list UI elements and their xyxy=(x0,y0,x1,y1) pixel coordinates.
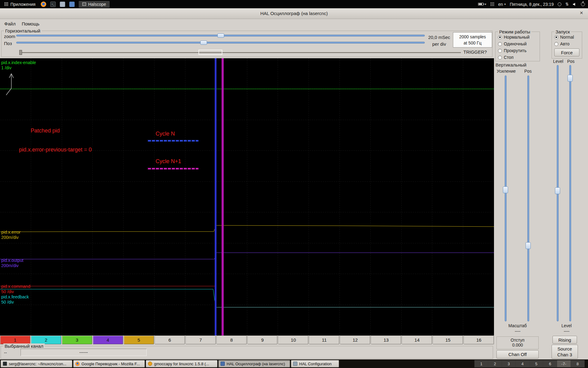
channel-button-13[interactable]: 13 xyxy=(371,335,401,344)
channel-button-11[interactable]: 11 xyxy=(309,335,339,344)
workspace-1[interactable]: 1 xyxy=(474,360,488,367)
taskbar-window-label: HAL Осциллограф (на lasercnc) xyxy=(227,362,285,366)
selected-channel-entry[interactable]: ------ xyxy=(21,349,147,356)
run-mode-option-roll[interactable]: Прокрутить xyxy=(498,48,526,53)
trigger-option-normal[interactable]: Normal xyxy=(554,34,574,40)
calculator-launcher-icon[interactable] xyxy=(60,2,65,7)
trigger-level-slider-handle[interactable] xyxy=(555,187,560,194)
workspace-2[interactable]: 2 xyxy=(488,360,502,367)
workspace-switcher: 1 2 3 4 5 6 -7- 8 xyxy=(474,360,585,367)
radio-icon xyxy=(498,42,502,46)
clock[interactable]: Пятница, 8 дек., 23:19 xyxy=(510,2,554,7)
oscilloscope-icon xyxy=(221,362,225,366)
record-position-trough[interactable] xyxy=(21,52,461,53)
channel-button-14[interactable]: 14 xyxy=(402,335,432,344)
run-mode-option-stop[interactable]: Стоп xyxy=(498,55,514,60)
taskbar-window-label: gmoccapy for linuxcnc 1.5.8 (... xyxy=(154,362,209,366)
source-line1: Source xyxy=(557,346,572,352)
taskbar-window-halscope[interactable]: HAL Осциллограф (на lasercnc) xyxy=(218,360,290,367)
taskbar-window-hal-configuration[interactable]: HAL Configuration xyxy=(291,360,339,367)
window-titlebar[interactable]: HAL Осциллограф (на lasercnc) × xyxy=(0,8,588,19)
channel-button-6[interactable]: 6 xyxy=(155,335,185,344)
firefox-launcher-icon[interactable] xyxy=(41,2,46,7)
vertical-pos-slider[interactable] xyxy=(527,75,529,321)
run-mode-option-normal[interactable]: Нормальный xyxy=(498,34,530,40)
samples-count: 2000 samples xyxy=(453,34,492,40)
trigger-option-auto[interactable]: Авто xyxy=(554,41,570,47)
taskbar-window-gmoccapy[interactable]: gmoccapy for linuxcnc 1.5.8 (... xyxy=(146,360,217,367)
chan-off-button[interactable]: Chan Off xyxy=(496,350,539,358)
keyboard-layout-indicator[interactable]: en ▾ xyxy=(498,2,506,7)
selected-channel-label: Выбранный канал xyxy=(3,343,45,349)
trigger-level-label: Level xyxy=(553,59,563,64)
channel-button-row: 1 2 3 4 5 6 7 8 9 10 11 12 13 14 15 16 xyxy=(0,335,494,344)
option-label: Нормальный xyxy=(504,35,530,40)
trigger-pos-label: Pos xyxy=(567,59,575,64)
force-button[interactable]: Force xyxy=(554,48,579,56)
channel-button-15[interactable]: 15 xyxy=(433,335,463,344)
channel-button-8[interactable]: 8 xyxy=(217,335,247,344)
trigger-button[interactable]: TRIGGER? xyxy=(463,49,487,55)
power-icon[interactable] xyxy=(581,2,585,6)
notification-icon[interactable] xyxy=(558,2,561,6)
gain-slider-handle[interactable] xyxy=(503,186,508,193)
trigger-pos-slider-handle[interactable] xyxy=(567,75,573,82)
workspace-3[interactable]: 3 xyxy=(502,360,516,367)
channel-button-4[interactable]: 4 xyxy=(93,335,123,344)
workspace-8[interactable]: 8 xyxy=(571,360,585,367)
menu-help[interactable]: Помощь xyxy=(19,20,42,27)
workspace-6[interactable]: 6 xyxy=(543,360,557,367)
scale-value: ---- xyxy=(495,329,540,334)
run-mode-option-single[interactable]: Одиночный xyxy=(498,41,527,47)
close-button[interactable]: × xyxy=(580,10,583,16)
channel-button-5[interactable]: 5 xyxy=(124,335,154,344)
chevron-down-icon: ▾ xyxy=(504,2,506,6)
trace-label-error: pid.x.error 200m/div xyxy=(1,230,21,240)
channel-button-10[interactable]: 10 xyxy=(278,335,308,344)
channel-button-1[interactable]: 1 xyxy=(0,335,30,344)
rising-button[interactable]: Rising xyxy=(552,336,577,344)
workspace-5[interactable]: 5 xyxy=(530,360,543,367)
workspace-4[interactable]: 4 xyxy=(516,360,530,367)
position-slider-trough[interactable] xyxy=(16,42,425,44)
battery-indicator[interactable]: ▾ xyxy=(478,2,486,6)
position-slider-handle[interactable] xyxy=(200,40,207,45)
record-position-marker[interactable] xyxy=(19,50,22,55)
applications-menu[interactable]: Приложения xyxy=(3,1,37,7)
app-launcher-icon[interactable] xyxy=(69,2,75,7)
zoom-slider[interactable] xyxy=(16,33,425,38)
position-slider[interactable] xyxy=(16,40,425,45)
vertical-pos-slider-handle[interactable] xyxy=(526,242,531,249)
trigger-group: Запуск Normal Авто Force xyxy=(552,32,582,59)
channel-button-3[interactable]: 3 xyxy=(62,335,92,344)
dots-grid-icon[interactable] xyxy=(490,2,494,6)
trigger-position-window[interactable] xyxy=(198,50,222,55)
trigger-pos-slider[interactable] xyxy=(569,65,571,321)
taskbar-window-label: serg@lasercnc: ~/linuxcnc/con... xyxy=(9,362,66,366)
trigger-source-button[interactable]: Source Chan 3 xyxy=(552,345,578,359)
taskbar-window-firefox[interactable]: Google Переводчик - Mozilla F... xyxy=(73,360,145,367)
trace-name: pid.x.output xyxy=(1,258,23,263)
channel-button-2[interactable]: 2 xyxy=(31,335,61,344)
workspace-7[interactable]: -7- xyxy=(557,360,571,367)
channel-button-9[interactable]: 9 xyxy=(247,335,278,344)
gmoccapy-icon xyxy=(148,362,152,366)
channel-button-16[interactable]: 16 xyxy=(464,335,494,344)
scope-display[interactable]: pid.x.index-enable 1 /div pid.x.error 20… xyxy=(0,58,494,335)
network-icon[interactable]: ⇅ xyxy=(565,2,569,6)
taskbar-window-terminal[interactable]: serg@lasercnc: ~/linuxcnc/con... xyxy=(1,360,72,367)
gain-slider[interactable] xyxy=(505,75,507,321)
zoom-slider-handle[interactable] xyxy=(217,33,224,38)
trace-scale: 200m/div xyxy=(1,235,21,240)
zoom-label: zoom xyxy=(4,34,15,39)
taskbar: serg@lasercnc: ~/linuxcnc/con... Google … xyxy=(0,359,588,368)
taskbar-window-label: Google Переводчик - Mozilla F... xyxy=(81,362,140,366)
channel-button-12[interactable]: 12 xyxy=(340,335,370,344)
horizontal-group-label: Горизонтальный xyxy=(4,28,42,33)
terminal-launcher-icon[interactable]: >_ xyxy=(50,2,56,7)
option-label: Стоп xyxy=(504,55,514,60)
volume-icon[interactable] xyxy=(573,2,577,6)
channel-button-7[interactable]: 7 xyxy=(186,335,216,344)
menu-file[interactable]: Файл xyxy=(2,20,18,27)
panel-window-button[interactable]: Halscope xyxy=(79,1,110,8)
